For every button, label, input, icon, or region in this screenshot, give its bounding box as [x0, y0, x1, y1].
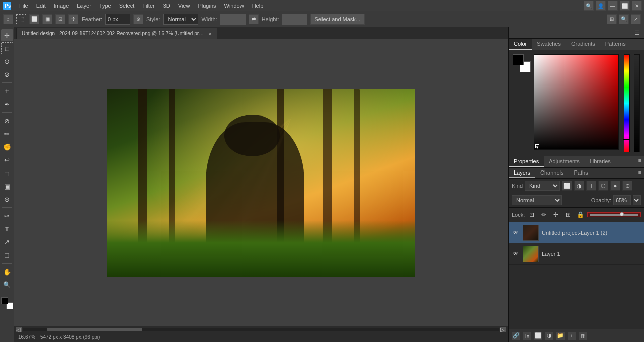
minimize-icon[interactable]: — [608, 1, 618, 11]
height-input[interactable] [282, 14, 307, 25]
search-icon[interactable]: 🔍 [584, 1, 594, 11]
text-tool[interactable]: T [1, 223, 13, 235]
layer-visibility-1[interactable]: 👁 [512, 250, 520, 258]
canvas-viewport[interactable] [14, 39, 508, 326]
share-icon[interactable]: ↗ [631, 14, 641, 24]
marquee-option-4[interactable]: ✢ [68, 14, 78, 24]
tab-color[interactable]: Color [509, 39, 532, 50]
fill-slider[interactable] [590, 214, 638, 216]
maximize-icon[interactable]: ⬜ [620, 1, 630, 11]
layers-panel-menu[interactable]: ≡ [636, 168, 644, 176]
fg-bg-color[interactable] [1, 297, 13, 309]
hand-tool[interactable]: ✋ [1, 266, 13, 278]
home-icon[interactable]: ⌂ [3, 14, 13, 24]
antialiasing-icon[interactable]: ⊗ [133, 14, 143, 24]
filter-adjust-icon[interactable]: ◑ [574, 181, 584, 191]
opacity-dropdown[interactable]: ▾ [633, 195, 641, 205]
menu-3d[interactable]: 3D [159, 2, 174, 10]
swap-dimensions-icon[interactable]: ⇄ [249, 14, 259, 24]
eyedropper-tool[interactable]: ✒ [1, 98, 13, 110]
history-brush-tool[interactable]: ↩ [1, 154, 13, 166]
fg-color-swatch[interactable] [513, 54, 524, 65]
layer-item-0[interactable]: 👁 Untitled project-Layer 1 (2) [509, 222, 644, 243]
move-tool[interactable]: ✛ [1, 29, 13, 41]
account-icon[interactable]: 👤 [596, 1, 606, 11]
marquee-tool[interactable]: ⬚ [1, 42, 13, 54]
blend-mode-select[interactable]: Normal [512, 195, 562, 205]
link-layers-button[interactable]: 🔗 [512, 331, 521, 340]
marquee-rect-icon[interactable]: ⬚ [16, 14, 26, 24]
feather-input[interactable] [105, 14, 130, 25]
menu-select[interactable]: Select [115, 2, 139, 10]
layer-item-1[interactable]: 👁 Layer 1 [509, 243, 644, 265]
hue-slider[interactable] [624, 54, 630, 152]
tab-libraries[interactable]: Libraries [585, 156, 616, 167]
marquee-option-2[interactable]: ▣ [42, 14, 52, 24]
menu-help[interactable]: Help [248, 2, 268, 10]
filter-shape-icon[interactable]: ⬡ [598, 181, 608, 191]
marquee-option-3[interactable]: ⊡ [55, 14, 65, 24]
delete-layer-button[interactable]: 🗑 [578, 331, 587, 340]
quick-select-tool[interactable]: ⊘ [1, 68, 13, 80]
menu-file[interactable]: File [15, 2, 32, 10]
lasso-tool[interactable]: ⊙ [1, 55, 13, 67]
menu-edit[interactable]: Edit [32, 2, 50, 10]
menu-type[interactable]: Type [95, 2, 115, 10]
color-gradient-field[interactable]: ▼ [534, 54, 619, 150]
width-input[interactable] [220, 14, 246, 25]
menu-image[interactable]: Image [50, 2, 73, 10]
lock-artboard-icon[interactable]: ⊞ [563, 210, 573, 220]
opacity-input[interactable] [613, 195, 631, 205]
lock-all-icon[interactable]: 🔒 [575, 210, 585, 220]
gradient-tool[interactable]: ▣ [1, 180, 13, 192]
tab-channels[interactable]: Channels [535, 168, 569, 178]
tab-gradients[interactable]: Gradients [566, 39, 600, 50]
lock-move-icon[interactable]: ✢ [551, 210, 561, 220]
tab-patterns[interactable]: Patterns [600, 39, 631, 50]
filter-text-icon[interactable]: T [586, 181, 596, 191]
path-select-tool[interactable]: ↗ [1, 236, 13, 248]
new-layer-button[interactable]: + [567, 331, 576, 340]
tab-close-button[interactable]: × [209, 31, 212, 37]
menu-filter[interactable]: Filter [138, 2, 158, 10]
fg-bg-swatches[interactable] [513, 54, 531, 72]
shape-tool[interactable]: □ [1, 249, 13, 261]
menu-view[interactable]: View [174, 2, 194, 10]
arrange-icon[interactable]: ⊞ [607, 14, 617, 24]
add-mask-button[interactable]: ⬜ [534, 331, 543, 340]
menu-window[interactable]: Window [220, 2, 248, 10]
tab-swatches[interactable]: Swatches [532, 39, 566, 50]
marquee-option-1[interactable]: ⬜ [29, 14, 39, 24]
filter-smart-icon[interactable]: ● [610, 181, 620, 191]
tab-paths[interactable]: Paths [569, 168, 593, 178]
close-icon[interactable]: ✕ [632, 1, 642, 11]
tab-adjustments[interactable]: Adjustments [544, 156, 585, 167]
new-group-button[interactable]: 📁 [556, 331, 565, 340]
brush-tool[interactable]: ✏ [1, 128, 13, 140]
layer-visibility-0[interactable]: 👁 [512, 229, 520, 237]
spot-heal-tool[interactable]: ⊘ [1, 115, 13, 127]
filter-pixel-icon[interactable]: ⬜ [562, 181, 572, 191]
document-tab[interactable]: Untitled design - 2024-09-19T124602.002-… [16, 28, 217, 39]
zoom-tool[interactable]: 🔍 [1, 279, 13, 291]
h-scrollbar[interactable]: ◁ ▷ [14, 326, 508, 332]
layer-fx-button[interactable]: fx [523, 331, 532, 340]
style-select[interactable]: Normal [163, 14, 198, 25]
zoom-icon-toolbar[interactable]: 🔍 [619, 14, 629, 24]
clone-stamp-tool[interactable]: ✊ [1, 141, 13, 153]
color-panel-menu[interactable]: ≡ [636, 39, 644, 47]
select-mask-button[interactable]: Select and Mask... [310, 14, 365, 25]
eraser-tool[interactable]: ◻ [1, 167, 13, 179]
properties-panel-menu[interactable]: ≡ [636, 156, 644, 164]
lock-checkerboard-icon[interactable]: ⊡ [527, 210, 537, 220]
filter-select[interactable]: Kind [525, 181, 560, 191]
tab-layers[interactable]: Layers [509, 168, 535, 178]
pen-tool[interactable]: ✑ [1, 210, 13, 222]
burn-tool[interactable]: ⊛ [1, 193, 13, 205]
filter-toggle[interactable]: ⊙ [622, 181, 632, 191]
menu-plugins[interactable]: Plugins [194, 2, 220, 10]
alpha-slider[interactable] [634, 54, 640, 152]
menu-layer[interactable]: Layer [73, 2, 95, 10]
new-adjustment-button[interactable]: ◑ [545, 331, 554, 340]
lock-brush-icon[interactable]: ✏ [539, 210, 549, 220]
